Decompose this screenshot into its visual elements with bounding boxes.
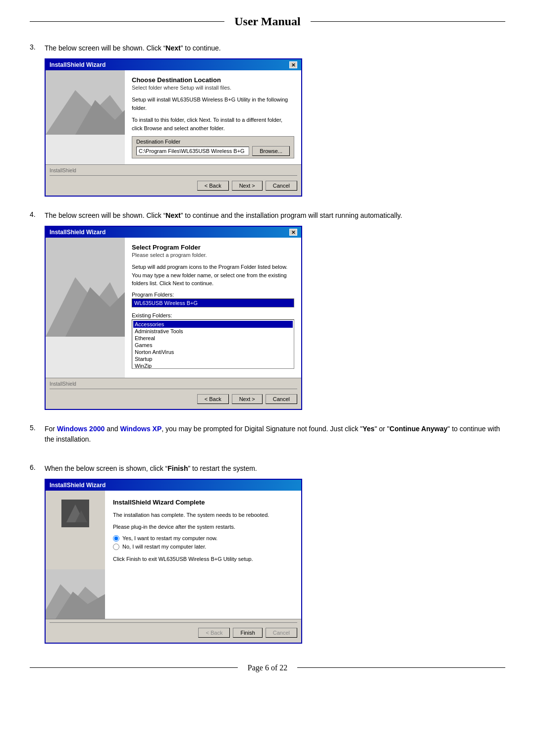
wizard-3: InstallShield Wizard ✕ Choose Destinatio… [45, 58, 302, 197]
wizard-6-footer: < Back Finish Cancel [46, 619, 301, 643]
step-5-win2000: Windows 2000 [57, 425, 105, 433]
wizard-4-program-folders-label: Program Folders: [132, 292, 294, 298]
folder-list-item[interactable]: Administrative Tools [133, 328, 293, 335]
step-3-number: 3. [30, 43, 45, 51]
wizard-3-dest-folder-row: Browse... [136, 146, 290, 156]
wizard-3-section-title: Choose Destination Location [132, 76, 294, 84]
step-6: 6. When the below screen is shown, click… [30, 463, 505, 644]
step-5: 5. For Windows 2000 and Windows XP, you … [30, 424, 505, 450]
footer-line-right [297, 667, 505, 668]
wizard-3-footer-label: InstallShield [50, 168, 297, 173]
folder-list-item[interactable]: Startup [133, 355, 293, 362]
wizard-3-text1: Setup will install WL635USB Wireless B+G… [132, 96, 294, 112]
wizard-6-bg-mountain [46, 569, 105, 619]
wizard-6-img-panel [46, 491, 105, 619]
step-4-number: 4. [30, 210, 45, 218]
wizard-6-main-panel: InstallShield Wizard Complete The instal… [105, 491, 301, 619]
step-5-continue: Continue Anyway [389, 425, 447, 433]
header-line-left [30, 21, 224, 22]
wizard-3-dest-folder-group: Destination Folder Browse... [132, 136, 294, 158]
wizard-4-bg-image [46, 238, 125, 337]
wizard-6-radio1-label: Yes, I want to restart my computer now. [122, 535, 217, 541]
wizard-3-footer: InstallShield < Back Next > Cancel [46, 165, 301, 196]
wizard-3-cancel-btn[interactable]: Cancel [266, 181, 297, 191]
step-4-link: Next [165, 211, 180, 219]
wizard-6-finish-btn[interactable]: Finish [233, 628, 262, 638]
wizard-4-footer-line [50, 389, 297, 389]
wizard-3-section-subtitle: Select folder where Setup will install f… [132, 85, 294, 91]
wizard-6-cancel-btn[interactable]: Cancel [266, 628, 297, 638]
step-6-text: When the below screen is shown, click “F… [45, 463, 505, 474]
folder-list-item[interactable]: Games [133, 342, 293, 349]
step-4-content: The below screen will be shown. Click “N… [45, 210, 505, 410]
step-5-number: 5. [30, 424, 45, 432]
wizard-6-radio1[interactable] [113, 535, 119, 542]
header-line-right [311, 21, 505, 22]
page-number: Page 6 of 22 [238, 663, 297, 672]
wizard-6-titlebar: InstallShield Wizard [46, 480, 301, 491]
wizard-4-cancel-btn[interactable]: Cancel [266, 394, 297, 404]
page-footer: Page 6 of 22 [30, 663, 505, 672]
folder-list-item[interactable]: Ethereal [133, 335, 293, 342]
wizard-4-next-btn[interactable]: Next > [232, 394, 263, 404]
step-4-text: The below screen will be shown. Click “N… [45, 210, 505, 221]
wizard-4-img-panel [46, 238, 125, 378]
wizard-4-buttons: < Back Next > Cancel [50, 392, 297, 406]
page-header: User Manual [30, 15, 505, 28]
wizard-4-body: Select Program Folder Please select a pr… [46, 238, 301, 378]
folder-list-item[interactable]: WinZip [133, 362, 293, 369]
wizard-3-footer-line [50, 175, 297, 176]
step-5-content: For Windows 2000 and Windows XP, you may… [45, 424, 505, 450]
step-5-yes: Yes [363, 425, 374, 433]
wizard-3-titlebar-buttons: ✕ [289, 61, 297, 68]
wizard-3-dest-folder-label: Destination Folder [136, 139, 290, 145]
wizard-4-section-title: Select Program Folder [132, 244, 294, 251]
wizard-6-buttons: < Back Finish Cancel [50, 626, 297, 640]
wizard-3-body-right: Choose Destination Location Select folde… [125, 70, 301, 164]
wizard-6-title: InstallShield Wizard [50, 482, 106, 489]
wizard-3-close-btn[interactable]: ✕ [289, 61, 297, 68]
wizard-4-existing-folders-list[interactable]: AccessoriesAdministrative ToolsEtherealG… [132, 319, 294, 369]
wizard-3-title: InstallShield Wizard [50, 61, 106, 68]
wizard-4: InstallShield Wizard ✕ Select Program Fo… [45, 226, 302, 410]
step-3: 3. The below screen will be shown. Click… [30, 43, 505, 197]
wizard-4-program-folders-section: Program Folders: [132, 292, 294, 309]
wizard-4-titlebar-buttons: ✕ [289, 229, 297, 236]
wizard-3-buttons: < Back Next > Cancel [50, 179, 297, 193]
wizard-4-body-right: Select Program Folder Please select a pr… [125, 238, 301, 378]
wizard-4-existing-folders-section: Existing Folders: AccessoriesAdministrat… [132, 312, 294, 369]
wizard-6-complete-title: InstallShield Wizard Complete [113, 499, 293, 506]
wizard-6-radio1-option: Yes, I want to restart my computer now. [113, 535, 293, 542]
step-6-content: When the below screen is shown, click “F… [45, 463, 505, 644]
wizard-4-titlebar: InstallShield Wizard ✕ [46, 227, 301, 238]
wizard-6-icon [61, 500, 89, 527]
wizard-4-program-folders-input[interactable] [132, 299, 294, 307]
step-3-text: The below screen will be shown. Click “N… [45, 43, 505, 53]
wizard-3-browse-btn[interactable]: Browse... [252, 146, 290, 156]
folder-list-item[interactable]: Accessories [133, 321, 293, 328]
wizard-6-footer-line [50, 622, 297, 623]
wizard-6-radio2[interactable] [113, 544, 119, 550]
wizard-4-close-btn[interactable]: ✕ [289, 229, 297, 236]
wizard-6-radio2-label: No, I will restart my computer later. [122, 544, 206, 550]
wizard-6-radio2-option: No, I will restart my computer later. [113, 544, 293, 550]
wizard-6-text3: Click Finish to exit WL635USB Wireless B… [113, 555, 293, 563]
wizard-3-dest-folder-input[interactable] [136, 147, 249, 155]
folder-list-item[interactable]: Norton AntiVirus [133, 349, 293, 355]
wizard-4-back-btn[interactable]: < Back [197, 394, 229, 404]
wizard-3-titlebar: InstallShield Wizard ✕ [46, 59, 301, 70]
step-6-number: 6. [30, 463, 45, 471]
wizard-4-footer: InstallShield < Back Next > Cancel [46, 378, 301, 409]
wizard-3-text2: To install to this folder, click Next. T… [132, 116, 294, 132]
wizard-3-next-btn[interactable]: Next > [232, 181, 263, 191]
step-6-link: Finish [167, 464, 188, 472]
step-3-content: The below screen will be shown. Click “N… [45, 43, 505, 197]
wizard-4-section-subtitle: Please select a program folder. [132, 252, 294, 258]
wizard-6-back-btn[interactable]: < Back [198, 628, 230, 638]
step-3-link: Next [165, 44, 180, 52]
page-title: User Manual [224, 15, 311, 28]
wizard-3-bg-image [46, 70, 125, 135]
wizard-3-back-btn[interactable]: < Back [197, 181, 229, 191]
wizard-6-text2: Please plug-in the device after the syst… [113, 523, 293, 531]
step-5-winxp: Windows XP [120, 425, 161, 433]
